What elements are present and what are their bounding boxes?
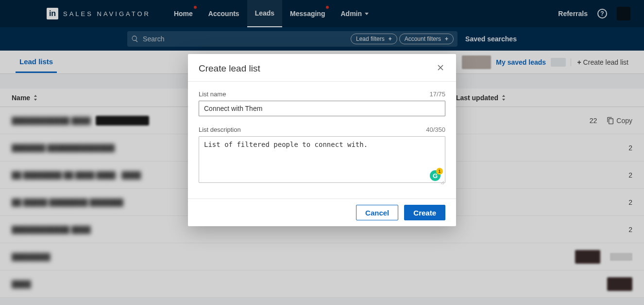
list-description-input[interactable] — [199, 136, 445, 183]
create-button[interactable]: Create — [404, 205, 445, 220]
grammarly-icon[interactable]: 1 — [430, 170, 441, 181]
close-button[interactable] — [436, 63, 445, 74]
create-lead-list-modal: Create lead list List name 17/75 List de… — [188, 54, 456, 226]
list-name-label: List name — [199, 90, 226, 98]
grammarly-badge: 1 — [436, 168, 443, 175]
modal-footer: Cancel Create — [188, 198, 456, 226]
list-description-label: List description — [199, 126, 241, 133]
list-name-input[interactable] — [199, 101, 445, 116]
modal-body: List name 17/75 List description 40/350 … — [188, 82, 456, 198]
list-name-charcount: 17/75 — [429, 90, 445, 98]
list-name-field: List name 17/75 — [199, 90, 445, 116]
resize-handle-icon[interactable] — [440, 179, 444, 184]
modal-header: Create lead list — [188, 54, 456, 82]
modal-title: Create lead list — [199, 63, 260, 74]
list-description-field: List description 40/350 1 — [199, 126, 445, 185]
list-description-charcount: 40/350 — [426, 126, 445, 133]
close-icon — [436, 63, 445, 72]
cancel-button[interactable]: Cancel — [356, 205, 398, 220]
